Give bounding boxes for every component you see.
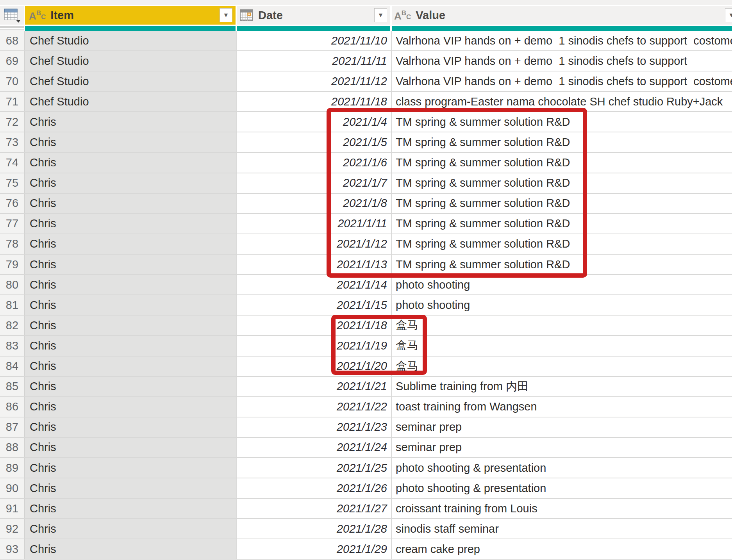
- cell-date[interactable]: 2021/1/18: [236, 316, 392, 335]
- cell-value[interactable]: TM spring & summer solution R&D: [392, 214, 732, 234]
- cell-date[interactable]: 2021/1/29: [236, 539, 392, 559]
- cell-value[interactable]: Sublime training from 内田: [392, 377, 732, 396]
- cell-date[interactable]: 2021/1/11: [236, 214, 392, 234]
- cell-item[interactable]: Chris: [25, 499, 236, 518]
- cell-item[interactable]: Chris: [25, 234, 236, 254]
- cell-value[interactable]: Valrhona VIP hands on + demo 1 sinodis c…: [392, 51, 732, 71]
- row-number[interactable]: 76: [0, 194, 25, 213]
- row-number[interactable]: 90: [0, 478, 25, 498]
- filter-button-date[interactable]: ▼: [374, 8, 387, 22]
- filter-button-item[interactable]: ▼: [220, 8, 232, 22]
- cell-value[interactable]: TM spring & summer solution R&D: [392, 255, 732, 274]
- cell-value[interactable]: TM spring & summer solution R&D: [392, 153, 732, 173]
- cell-value[interactable]: 盒马: [392, 336, 732, 355]
- cell-date[interactable]: 2021/1/8: [236, 194, 392, 213]
- cell-value[interactable]: toast training from Wangsen: [392, 397, 732, 417]
- cell-value[interactable]: cream cake prep: [392, 539, 732, 559]
- cell-item[interactable]: Chris: [25, 417, 236, 437]
- cell-date[interactable]: 2021/1/25: [236, 458, 392, 478]
- cell-value[interactable]: TM spring & summer solution R&D: [392, 194, 732, 213]
- cell-date[interactable]: 2021/1/19: [236, 336, 392, 355]
- cell-value[interactable]: Valrhona VIP hands on + demo 1 sinodis c…: [392, 31, 732, 50]
- row-number[interactable]: 91: [0, 499, 25, 518]
- cell-date[interactable]: 2021/11/12: [236, 71, 392, 91]
- cell-value[interactable]: Valrhona VIP hands on + demo 1 sinodis c…: [392, 71, 732, 91]
- row-number[interactable]: 82: [0, 316, 25, 335]
- cell-date[interactable]: 2021/1/20: [236, 357, 392, 376]
- row-number[interactable]: 80: [0, 275, 25, 294]
- cell-date[interactable]: 2021/11/10: [236, 31, 392, 50]
- cell-item[interactable]: Chris: [25, 255, 236, 274]
- cell-value[interactable]: TM spring & summer solution R&D: [392, 173, 732, 193]
- cell-value[interactable]: 盒马: [392, 316, 732, 335]
- column-header-value[interactable]: ABC Value ▼: [392, 6, 732, 25]
- cell-value[interactable]: photo shooting: [392, 295, 732, 315]
- cell-item[interactable]: Chris: [25, 295, 236, 315]
- cell-value[interactable]: photo shooting & presentation: [392, 458, 732, 478]
- cell-date[interactable]: 2021/1/13: [236, 255, 392, 274]
- row-number[interactable]: 84: [0, 357, 25, 376]
- cell-item[interactable]: Chris: [25, 357, 236, 376]
- cell-value[interactable]: TM spring & summer solution R&D: [392, 132, 732, 152]
- cell-value[interactable]: photo shooting: [392, 275, 732, 294]
- cell-item[interactable]: Chris: [25, 275, 236, 294]
- cell-date[interactable]: 2021/1/7: [236, 173, 392, 193]
- row-number[interactable]: 85: [0, 377, 25, 396]
- row-number[interactable]: 92: [0, 519, 25, 539]
- column-header-item[interactable]: ABC Item ▼: [25, 6, 236, 25]
- cell-date[interactable]: 2021/1/15: [236, 295, 392, 315]
- cell-value[interactable]: croissant training from Louis: [392, 499, 732, 518]
- cell-item[interactable]: Chris: [25, 132, 236, 152]
- cell-date[interactable]: 2021/1/24: [236, 438, 392, 457]
- cell-item[interactable]: Chris: [25, 336, 236, 355]
- cell-item[interactable]: Chris: [25, 194, 236, 213]
- cell-value[interactable]: class program-Easter nama chocolate SH c…: [392, 92, 732, 111]
- row-number[interactable]: 70: [0, 71, 25, 91]
- row-number[interactable]: 71: [0, 92, 25, 111]
- column-header-date[interactable]: Date ▼: [237, 6, 390, 25]
- row-number[interactable]: 75: [0, 173, 25, 193]
- cell-item[interactable]: Chris: [25, 214, 236, 234]
- cell-date[interactable]: 2021/1/28: [236, 519, 392, 539]
- row-number[interactable]: 69: [0, 51, 25, 71]
- cell-date[interactable]: 2021/1/27: [236, 499, 392, 518]
- cell-date[interactable]: 2021/1/22: [236, 397, 392, 417]
- cell-item[interactable]: Chris: [25, 173, 236, 193]
- select-all-header[interactable]: [0, 6, 24, 25]
- cell-value[interactable]: TM spring & summer solution R&D: [392, 234, 732, 254]
- cell-value[interactable]: photo shooting & presentation: [392, 478, 732, 498]
- cell-item[interactable]: Chris: [25, 397, 236, 417]
- cell-date[interactable]: 2021/1/26: [236, 478, 392, 498]
- row-number[interactable]: 86: [0, 397, 25, 417]
- row-number[interactable]: 72: [0, 112, 25, 132]
- cell-value[interactable]: seminar prep: [392, 417, 732, 437]
- row-number[interactable]: 88: [0, 438, 25, 457]
- cell-value[interactable]: TM spring & summer solution R&D: [392, 112, 732, 132]
- row-number[interactable]: 87: [0, 417, 25, 437]
- row-number[interactable]: 81: [0, 295, 25, 315]
- cell-date[interactable]: 2021/1/5: [236, 132, 392, 152]
- cell-date[interactable]: 2021/11/11: [236, 51, 392, 71]
- cell-item[interactable]: Chris: [25, 478, 236, 498]
- cell-item[interactable]: Chris: [25, 539, 236, 559]
- row-number[interactable]: 77: [0, 214, 25, 234]
- cell-value[interactable]: seminar prep: [392, 438, 732, 457]
- cell-item[interactable]: Chris: [25, 519, 236, 539]
- cell-item[interactable]: Chris: [25, 458, 236, 478]
- cell-item[interactable]: Chris: [25, 153, 236, 173]
- cell-date[interactable]: 2021/1/12: [236, 234, 392, 254]
- cell-item[interactable]: Chris: [25, 438, 236, 457]
- cell-item[interactable]: Chris: [25, 377, 236, 396]
- row-number[interactable]: 93: [0, 539, 25, 559]
- row-number[interactable]: 83: [0, 336, 25, 355]
- cell-item[interactable]: Chef Studio: [25, 51, 236, 71]
- row-number[interactable]: 79: [0, 255, 25, 274]
- cell-date[interactable]: 2021/1/14: [236, 275, 392, 294]
- cell-value[interactable]: sinodis staff seminar: [392, 519, 732, 539]
- cell-date[interactable]: 2021/1/6: [236, 153, 392, 173]
- row-number[interactable]: 89: [0, 458, 25, 478]
- row-number[interactable]: 73: [0, 132, 25, 152]
- cell-item[interactable]: Chef Studio: [25, 92, 236, 111]
- cell-item[interactable]: Chef Studio: [25, 31, 236, 50]
- row-number[interactable]: 78: [0, 234, 25, 254]
